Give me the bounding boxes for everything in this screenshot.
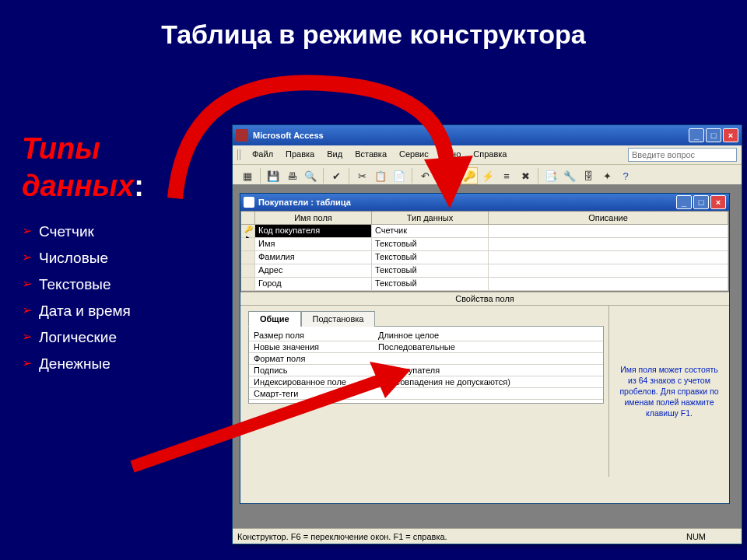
minimize-button[interactable]: _ [689, 128, 704, 142]
ask-question-input[interactable] [628, 148, 737, 162]
build-icon[interactable]: 🔧 [561, 167, 578, 184]
inner-minimize-button[interactable]: _ [676, 195, 692, 209]
menu-edit[interactable]: Правка [281, 148, 319, 162]
prop-value[interactable]: Код покупателя [374, 365, 603, 376]
row-selector[interactable] [241, 238, 255, 250]
paste-icon[interactable]: 📄 [391, 167, 408, 184]
props-hint-pane: Имя поля может состоять из 64 знаков с у… [608, 306, 729, 477]
types-heading-text: Типы данных [22, 132, 134, 202]
view-icon[interactable]: ▦ [239, 167, 256, 184]
field-name-cell[interactable]: Адрес [255, 264, 372, 277]
prop-value[interactable] [374, 353, 603, 364]
separator [456, 168, 457, 184]
prop-row[interactable]: Новые значения Последовательные [249, 341, 603, 353]
prop-row[interactable]: Подпись Код покупателя [249, 365, 603, 376]
menu-insert[interactable]: Вставка [350, 148, 391, 162]
statusbar: Конструктор. F6 = переключение окон. F1 … [233, 528, 742, 544]
row-selector[interactable] [241, 251, 255, 264]
type-item: Счетчик [22, 219, 224, 245]
status-num: NUM [686, 532, 737, 541]
status-text: Конструктор. F6 = переключение окон. F1 … [237, 532, 447, 541]
props-left-pane: Общие Подстановка Размер поля Длинное це… [240, 306, 608, 477]
prop-label: Смарт-теги [249, 388, 374, 399]
separator [323, 168, 324, 184]
types-heading: Типы данных: [22, 131, 224, 205]
field-type-cell[interactable]: Текстовый [372, 278, 489, 290]
prop-row[interactable]: Формат поля [249, 353, 603, 365]
maximize-button[interactable]: □ [706, 128, 721, 142]
props-table: Размер поля Длинное целое Новые значения… [248, 326, 604, 404]
colon: : [134, 170, 144, 202]
field-name-cell[interactable]: Код покупателя [255, 225, 372, 237]
field-desc-cell[interactable] [489, 264, 728, 277]
field-type-cell[interactable]: Текстовый [372, 251, 489, 264]
lightning-icon[interactable]: ⚡ [479, 167, 496, 184]
cut-icon[interactable]: ✂ [353, 167, 370, 184]
spell-icon[interactable]: ✔ [328, 167, 345, 184]
table-row[interactable]: 🔑▸ Код покупателя Счетчик [241, 225, 728, 238]
tab-general[interactable]: Общие [248, 311, 301, 327]
field-name-cell[interactable]: Город [255, 278, 372, 290]
menu-service[interactable]: Сервис [395, 148, 433, 162]
mdi-client-area: Покупатели : таблица _ □ × Имя поля Тип … [233, 184, 742, 528]
key-icon[interactable]: 🔑 [461, 167, 478, 184]
new-icon[interactable]: ✦ [598, 167, 615, 184]
toolbar-grip[interactable] [237, 149, 241, 160]
row-selector[interactable]: 🔑▸ [241, 225, 255, 237]
print-icon[interactable]: 🖶 [283, 167, 300, 184]
col-desc-header[interactable]: Описание [489, 212, 728, 224]
field-grid[interactable]: Имя поля Тип данных Описание 🔑▸ Код поку… [240, 211, 729, 292]
field-properties-label: Свойства поля [240, 292, 729, 306]
table-row[interactable]: Имя Текстовый [241, 238, 728, 251]
menu-help[interactable]: Справка [468, 148, 511, 162]
tab-lookup[interactable]: Подстановка [301, 311, 376, 327]
copy-icon[interactable]: 📋 [372, 167, 389, 184]
prop-row[interactable]: Размер поля Длинное целое [249, 330, 603, 341]
inner-close-button[interactable]: × [710, 195, 726, 209]
prop-row[interactable]: Смарт-теги [249, 388, 603, 400]
field-name-cell[interactable]: Фамилия [255, 251, 372, 264]
undo-icon[interactable]: ↶ [416, 167, 433, 184]
prop-value[interactable] [374, 388, 603, 399]
field-type-cell[interactable]: Счетчик [372, 225, 489, 237]
inner-maximize-button[interactable]: □ [693, 195, 709, 209]
app-titlebar[interactable]: Microsoft Access _ □ × [233, 125, 742, 145]
field-type-cell[interactable]: Текстовый [372, 264, 489, 277]
field-name-cell[interactable]: Имя [255, 238, 372, 250]
field-desc-cell[interactable] [489, 251, 728, 264]
props-tabs: Общие Подстановка [248, 310, 604, 326]
row-selector[interactable] [241, 278, 255, 290]
table-row[interactable]: Город Текстовый [241, 278, 728, 291]
prop-row[interactable]: Индексированное поле Да (Совпадения не д… [249, 376, 603, 388]
prop-value[interactable]: Последовательные [374, 341, 603, 352]
help-icon[interactable]: ? [617, 167, 634, 184]
inner-titlebar[interactable]: Покупатели : таблица _ □ × [240, 194, 729, 211]
field-desc-cell[interactable] [489, 225, 728, 237]
rows-icon[interactable]: ≡ [498, 167, 515, 184]
menu-view[interactable]: Вид [322, 148, 347, 162]
row-selector-header[interactable] [241, 212, 255, 224]
redo-icon[interactable]: ↷ [435, 167, 452, 184]
menu-window[interactable]: Окно [437, 148, 466, 162]
col-name-header[interactable]: Имя поля [255, 212, 372, 224]
db-icon[interactable]: 🗄 [580, 167, 597, 184]
prop-value[interactable]: Длинное целое [374, 330, 603, 341]
delete-row-icon[interactable]: ✖ [517, 167, 534, 184]
prop-value[interactable]: Да (Совпадения не допускаются) [374, 376, 603, 387]
field-type-cell[interactable]: Текстовый [372, 238, 489, 250]
table-row[interactable]: Фамилия Текстовый [241, 251, 728, 264]
row-selector[interactable] [241, 264, 255, 277]
table-row[interactable]: Адрес Текстовый [241, 264, 728, 278]
preview-icon[interactable]: 🔍 [302, 167, 319, 184]
prop-label: Подпись [249, 365, 374, 376]
window-controls: _ □ × [689, 128, 738, 142]
save-icon[interactable]: 💾 [265, 167, 282, 184]
prop-label: Индексированное поле [249, 376, 374, 387]
field-desc-cell[interactable] [489, 238, 728, 250]
col-type-header[interactable]: Тип данных [372, 212, 489, 224]
menu-file[interactable]: Файл [247, 148, 278, 162]
field-desc-cell[interactable] [489, 278, 728, 290]
properties-icon[interactable]: 📑 [542, 167, 559, 184]
close-button[interactable]: × [723, 128, 738, 142]
separator [538, 168, 538, 184]
